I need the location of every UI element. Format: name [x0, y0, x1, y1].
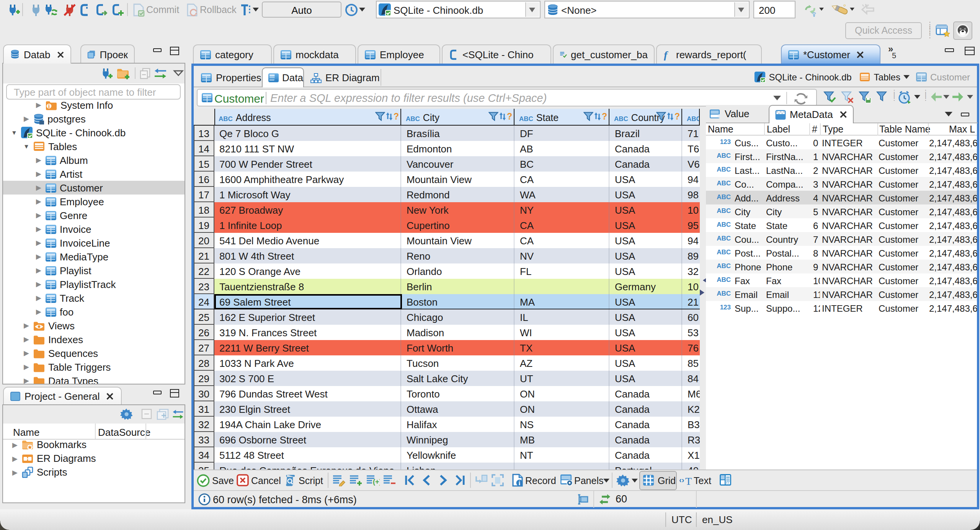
svg-text:‹›: ‹› [274, 77, 278, 83]
svg-text:i: i [518, 479, 520, 487]
svg-text:‹›: ‹› [679, 476, 684, 484]
svg-text:f: f [664, 49, 668, 60]
svg-text:T: T [685, 475, 692, 486]
svg-text:(+): (+) [373, 478, 380, 486]
svg-text:i: i [48, 103, 50, 109]
